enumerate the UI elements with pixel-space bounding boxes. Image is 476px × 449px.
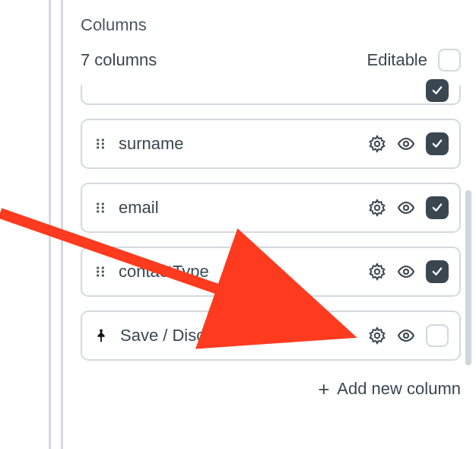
svg-point-15 [404,205,408,210]
column-row-partial [81,85,461,105]
column-row-save-discard[interactable]: Save / Discard [81,310,461,361]
add-new-column-label: Add new column [337,379,461,399]
columns-count: 7 columns [81,50,157,70]
column-row-contacttype[interactable]: contactType [81,247,461,297]
check-icon [430,265,444,279]
gear-icon[interactable] [368,263,386,281]
check-icon [430,84,444,97]
svg-point-3 [102,142,104,145]
columns-panel: Columns 7 columns Editable surname [81,15,461,399]
svg-point-18 [97,270,99,272]
svg-point-17 [102,266,104,269]
eye-icon[interactable] [397,326,415,345]
column-label: surname [119,134,184,154]
svg-point-19 [102,270,104,272]
vertical-rail-outer [49,0,51,449]
gear-icon[interactable] [368,135,386,153]
eye-icon[interactable] [397,199,415,217]
svg-point-7 [404,142,408,146]
column-label: email [119,198,159,218]
svg-point-21 [102,274,104,276]
summary-row: 7 columns Editable [81,49,461,72]
drag-handle-icon[interactable] [93,200,108,215]
check-icon [430,201,444,215]
svg-point-1 [102,139,104,141]
editable-label: Editable [367,50,427,70]
svg-point-20 [97,274,99,276]
svg-point-11 [102,206,104,209]
eye-icon[interactable] [397,135,415,153]
svg-point-5 [102,146,104,148]
column-label: contactType [119,262,209,282]
column-visible-checkbox[interactable] [426,196,449,219]
column-visible-checkbox[interactable] [426,260,449,283]
pin-icon [93,327,109,344]
drag-handle-icon[interactable] [93,264,108,279]
drag-handle-icon[interactable] [93,136,108,151]
svg-point-8 [97,202,99,205]
column-row-surname[interactable]: surname [81,119,461,169]
column-visible-checkbox[interactable] [426,324,449,347]
column-visible-checkbox[interactable] [426,132,449,155]
svg-point-13 [102,210,104,212]
column-label: Save / Discard [120,326,229,346]
vertical-rail-inner [61,0,63,449]
plus-icon: + [318,379,329,399]
editable-toggle-wrap: Editable [367,49,461,72]
svg-point-12 [97,210,99,212]
svg-point-2 [97,142,99,145]
eye-icon[interactable] [397,263,415,281]
svg-point-16 [97,266,99,269]
add-new-column-button[interactable]: + Add new column [81,374,461,399]
gear-icon[interactable] [368,326,386,345]
svg-point-14 [375,205,379,210]
svg-point-10 [97,206,99,209]
svg-point-0 [97,139,99,141]
svg-point-25 [404,333,408,338]
check-icon [430,137,444,151]
svg-point-23 [404,269,408,274]
gear-icon[interactable] [368,199,386,217]
svg-point-22 [375,269,379,274]
columns-list: surname email [81,85,461,361]
svg-point-9 [102,202,104,205]
editable-checkbox[interactable] [438,49,461,72]
svg-point-6 [375,142,379,146]
svg-point-24 [375,333,379,338]
svg-point-4 [97,146,99,148]
section-title: Columns [81,15,461,35]
scrollbar-thumb[interactable] [465,190,471,365]
column-row-email[interactable]: email [81,183,461,233]
column-visible-checkbox[interactable] [426,79,449,102]
